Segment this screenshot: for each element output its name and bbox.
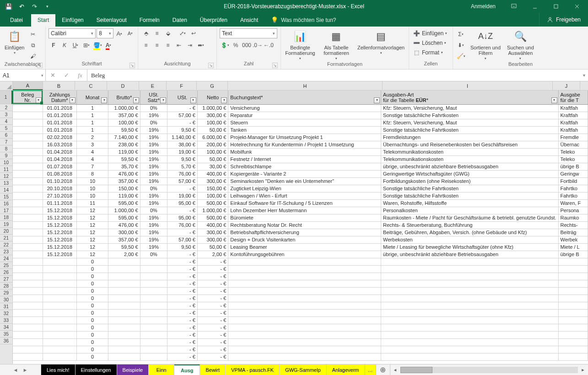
cell[interactable]: 01.08.2018 (43, 170, 76, 177)
cell[interactable]: - € (167, 119, 198, 126)
cell[interactable] (228, 295, 381, 302)
cell[interactable]: 476,00 € (108, 221, 140, 229)
cell[interactable]: 19% (140, 177, 167, 185)
col-header-B[interactable]: B (43, 81, 75, 90)
cell[interactable]: - € (197, 280, 228, 287)
cell[interactable]: 2 (76, 134, 108, 141)
cell[interactable]: 01.10.2018 (43, 177, 76, 185)
delete-cells-button[interactable]: ➖Löschen ▾ (412, 39, 447, 47)
cell[interactable]: - € (197, 316, 228, 324)
cell[interactable]: 15.12.2018 (43, 243, 76, 251)
cell[interactable]: - € (197, 346, 228, 353)
cell[interactable] (558, 280, 588, 287)
sheet-tab[interactable]: Einn (149, 364, 174, 375)
cell[interactable]: 0 (76, 280, 108, 287)
cell[interactable] (13, 353, 43, 360)
cell[interactable] (558, 353, 588, 360)
cell[interactable] (13, 258, 43, 265)
cell[interactable] (140, 324, 167, 331)
cell[interactable] (381, 338, 558, 346)
hscroll-track[interactable] (400, 367, 578, 373)
cell[interactable]: 19,00 € (167, 192, 198, 199)
cell[interactable] (108, 295, 140, 302)
cancel-formula-icon[interactable]: ✕ (46, 70, 59, 81)
cell[interactable] (13, 309, 43, 316)
cell[interactable]: - € (167, 316, 198, 324)
cell[interactable]: 0 (76, 324, 108, 331)
sheet-tab[interactable]: VPMA - pausch.FK (226, 364, 280, 375)
cell[interactable]: 50,00 € (197, 155, 228, 163)
cell[interactable] (13, 177, 43, 185)
cell[interactable]: 76,00 € (167, 221, 198, 229)
row-header[interactable]: 9 (0, 152, 12, 159)
cell[interactable]: Versicherung (228, 104, 381, 112)
tab-formulas[interactable]: Formeln (133, 14, 166, 27)
cell[interactable]: 1 (76, 104, 108, 112)
cell[interactable]: 0 (76, 287, 108, 295)
sheet-tab[interactable]: Ausg (174, 364, 200, 375)
cell[interactable] (13, 338, 43, 346)
cell[interactable]: 7 (76, 163, 108, 170)
cell[interactable]: 0 (76, 331, 108, 338)
row-header[interactable]: 12 (0, 173, 12, 180)
cell[interactable] (558, 324, 588, 331)
cell[interactable]: 1 (76, 126, 108, 134)
sort-filter-button[interactable]: A↓ZSortieren und Filtern▾ (469, 28, 502, 61)
cell[interactable]: 150,00 € (197, 185, 228, 192)
row-header[interactable]: 34 (0, 324, 12, 331)
cell[interactable]: Telekommunikationskosten (381, 148, 558, 155)
cell[interactable]: 02.02.2018 (43, 134, 76, 141)
cell[interactable] (381, 324, 558, 331)
cell[interactable] (13, 163, 43, 170)
row-header[interactable]: 27 (0, 276, 12, 283)
cell[interactable]: Reparatur (228, 112, 381, 119)
table-header[interactable]: Ausgaben-Artfür die Tabelle EÜR*▾ (381, 91, 558, 104)
cell[interactable] (558, 273, 588, 280)
col-header-D[interactable]: D (107, 81, 139, 90)
cell[interactable] (43, 258, 76, 265)
cell[interactable] (381, 309, 558, 316)
cell[interactable]: - € (167, 302, 198, 309)
cell[interactable]: 8 (76, 170, 108, 177)
tab-view[interactable]: Ansicht (234, 14, 264, 27)
cell[interactable]: - € (197, 295, 228, 302)
cell[interactable] (13, 112, 43, 119)
cells[interactable]: BelegNr.▾ZahlungsDatum*▾Monat▾Brutto*▾US… (13, 91, 588, 364)
align-bottom-icon[interactable]: ⬙ (163, 28, 173, 38)
cell[interactable]: 16.03.2018 (43, 141, 76, 148)
cell[interactable]: 15.12.2018 (43, 236, 76, 243)
cell[interactable]: Beiträge, Gebühren, Abgaben, Versich. (o… (381, 229, 558, 236)
cell[interactable] (558, 302, 588, 309)
row-header[interactable]: 31 (0, 303, 12, 310)
cell[interactable]: 19% (140, 112, 167, 119)
cell[interactable] (140, 265, 167, 273)
cell[interactable]: 57,00 € (167, 177, 198, 185)
col-header-C[interactable]: C (75, 81, 107, 90)
cell[interactable]: Betriebshaftpflichtversicherung (228, 229, 381, 236)
cell[interactable] (381, 258, 558, 265)
cell[interactable] (13, 273, 43, 280)
cell[interactable] (558, 258, 588, 265)
row-header[interactable]: 18 (0, 214, 12, 221)
cell[interactable]: 12 (76, 207, 108, 214)
cell[interactable] (13, 214, 43, 221)
cell[interactable] (381, 353, 558, 360)
cell[interactable]: 19% (140, 170, 167, 177)
table-header[interactable]: BelegNr.▾ (13, 91, 43, 104)
cell[interactable]: 19% (140, 236, 167, 243)
cell[interactable] (381, 295, 558, 302)
filter-button-icon[interactable]: ▾ (101, 97, 107, 103)
col-header-G[interactable]: G (197, 81, 228, 90)
cell[interactable]: 476,00 € (108, 170, 140, 177)
cell[interactable] (558, 316, 588, 324)
cell[interactable] (43, 280, 76, 287)
autosum-icon[interactable]: Σ▾ (456, 29, 466, 39)
cell[interactable]: 300,00 € (197, 236, 228, 243)
cell[interactable]: 0 (76, 346, 108, 353)
cell[interactable]: 19% (140, 214, 167, 221)
cell[interactable]: 0 (76, 265, 108, 273)
row-header[interactable]: 5 (0, 125, 12, 132)
table-header[interactable]: Buchungstext*▾ (228, 91, 381, 104)
percent-icon[interactable]: % (231, 40, 241, 50)
row-header[interactable]: 10 (0, 159, 12, 166)
